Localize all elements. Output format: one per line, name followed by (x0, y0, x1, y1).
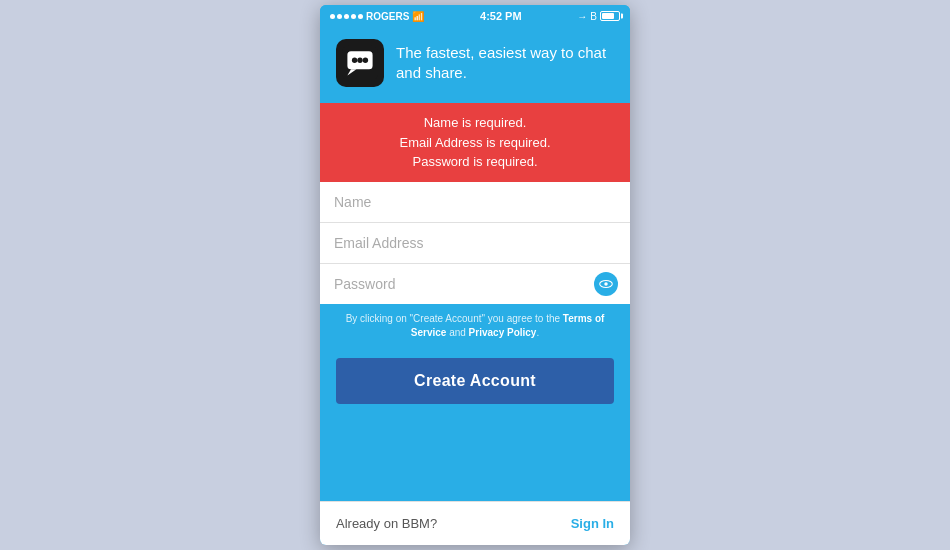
terms-middle: and (446, 327, 468, 338)
password-field (320, 264, 630, 304)
create-account-button[interactable]: Create Account (336, 358, 614, 404)
error-line-3: Password is required. (336, 152, 614, 172)
phone-frame: ROGERS 📶 4:52 PM → B (320, 5, 630, 545)
terms-suffix: . (536, 327, 539, 338)
bluetooth-icon: B (590, 11, 597, 22)
privacy-policy-link[interactable]: Privacy Policy (469, 327, 537, 338)
terms-text: By clicking on "Create Account" you agre… (340, 312, 610, 340)
svg-point-5 (363, 58, 368, 63)
battery-fill (602, 13, 614, 19)
signal-dot-2 (337, 14, 342, 19)
carrier-label: ROGERS (366, 11, 409, 22)
error-line-1: Name is required. (336, 113, 614, 133)
battery-icon (600, 11, 620, 21)
status-right: → B (577, 11, 620, 22)
error-box: Name is required. Email Address is requi… (320, 103, 630, 182)
already-on-bbm-text: Already on BBM? (336, 516, 437, 531)
location-icon: → (577, 11, 587, 22)
status-bar: ROGERS 📶 4:52 PM → B (320, 5, 630, 27)
svg-point-4 (357, 58, 362, 63)
name-input[interactable] (320, 182, 630, 222)
status-left: ROGERS 📶 (330, 11, 424, 22)
password-input[interactable] (320, 264, 630, 304)
terms-prefix: By clicking on "Create Account" you agre… (346, 313, 563, 324)
terms-area: By clicking on "Create Account" you agre… (320, 304, 630, 348)
header-area: The fastest, easiest way to chat and sha… (320, 27, 630, 103)
email-input[interactable] (320, 223, 630, 263)
svg-point-3 (352, 58, 357, 63)
signal-dot-4 (351, 14, 356, 19)
error-line-2: Email Address is required. (336, 133, 614, 153)
email-field (320, 223, 630, 264)
show-password-button[interactable] (594, 272, 618, 296)
signal-dot-3 (344, 14, 349, 19)
header-tagline: The fastest, easiest way to chat and sha… (396, 39, 614, 82)
signal-dot-1 (330, 14, 335, 19)
spacer (320, 414, 630, 502)
sign-in-link[interactable]: Sign In (571, 516, 614, 531)
bottom-bar: Already on BBM? Sign In (320, 501, 630, 545)
signal-dots (330, 14, 363, 19)
time-display: 4:52 PM (480, 10, 522, 22)
form-area (320, 182, 630, 304)
signal-dot-5 (358, 14, 363, 19)
name-field (320, 182, 630, 223)
bbm-logo (336, 39, 384, 87)
wifi-icon: 📶 (412, 11, 424, 22)
svg-point-7 (604, 282, 608, 286)
